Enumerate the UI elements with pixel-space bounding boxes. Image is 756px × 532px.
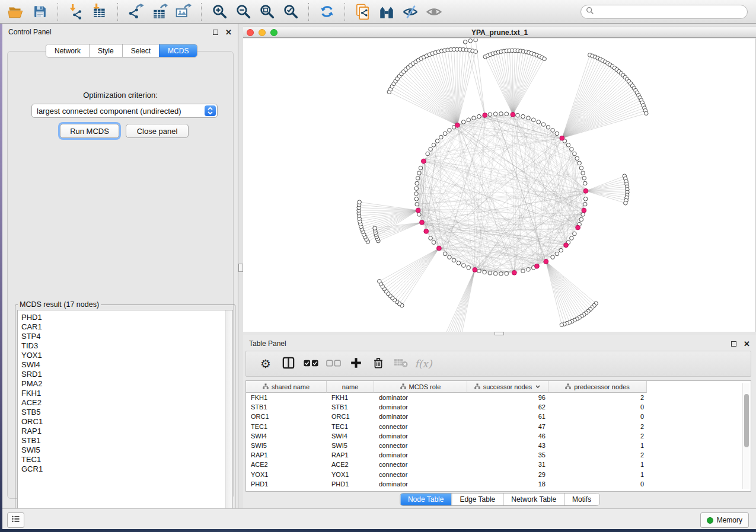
create-column-plus-button[interactable]: [344, 353, 367, 374]
table-scrollbar[interactable]: [742, 383, 749, 489]
column-header-successor-nodes[interactable]: successor nodes: [467, 381, 548, 393]
mcds-result-item[interactable]: ORC1: [18, 417, 232, 427]
import-network-icon: [68, 4, 84, 20]
column-header-predecessor-nodes[interactable]: predecessor nodes: [548, 381, 647, 393]
table-cell: PHD1: [327, 480, 374, 488]
deselect-all-checkboxes-button[interactable]: [322, 353, 344, 374]
toolbar-separator: [117, 3, 118, 21]
table-row[interactable]: STB1STB1dominator620: [246, 402, 647, 412]
table-row[interactable]: ORC1ORC1dominator610: [246, 412, 647, 421]
export-network-button[interactable]: [124, 2, 148, 22]
table-row[interactable]: FKH1FKH1dominator962: [246, 393, 647, 402]
new-network-from-selection-button[interactable]: [351, 2, 375, 22]
control-panel-titlebar[interactable]: Control Panel ✕: [2, 24, 238, 40]
tab-mcds[interactable]: MCDS: [159, 44, 197, 57]
close-panel-icon[interactable]: ✕: [225, 28, 232, 36]
mcds-result-item[interactable]: SRD1: [18, 370, 232, 379]
mcds-result-item[interactable]: STP4: [18, 332, 232, 341]
show-all-button[interactable]: [422, 2, 446, 22]
memory-button[interactable]: Memory: [700, 512, 749, 528]
table-row[interactable]: SWI4SWI4dominator462: [246, 431, 647, 441]
vertical-splitter[interactable]: [238, 24, 243, 508]
mcds-result-item[interactable]: GCR1: [18, 464, 232, 474]
delete-column-trash-button[interactable]: [367, 353, 390, 374]
table-row[interactable]: ACE2ACE2connector311: [246, 460, 647, 469]
column-header-MCDS-role[interactable]: MCDS role: [374, 381, 467, 393]
task-history-button[interactable]: [7, 512, 24, 528]
float-table-panel-icon[interactable]: [731, 341, 736, 347]
select-all-checkboxes-button[interactable]: [299, 353, 322, 374]
mcds-result-item[interactable]: TEC1: [18, 455, 232, 464]
delete-column-trash-icon: [372, 356, 385, 372]
mcds-result-item[interactable]: PMA2: [18, 379, 232, 389]
optimization-criterion-dropdown[interactable]: largest connected component (undirected): [31, 104, 218, 118]
export-image-icon: [175, 4, 192, 20]
mcds-result-item[interactable]: FKH1: [18, 389, 232, 398]
mcds-result-item[interactable]: SWI5: [18, 446, 232, 455]
float-panel-icon[interactable]: [213, 30, 218, 35]
search-input[interactable]: [594, 7, 747, 17]
vertical-splitter-handle[interactable]: [238, 264, 243, 272]
zoom-in-button[interactable]: [208, 2, 231, 22]
table-row[interactable]: YOX1YOX1connector291: [246, 470, 647, 479]
mcds-result-item[interactable]: STB5: [18, 408, 232, 417]
split-view-columns-button[interactable]: [277, 353, 299, 374]
mcds-result-item[interactable]: TID3: [18, 341, 232, 351]
table-cell: connector: [374, 423, 467, 430]
mcds-result-item[interactable]: PHD1: [18, 310, 232, 322]
close-panel-button[interactable]: Close panel: [126, 124, 189, 138]
import-network-button[interactable]: [64, 2, 88, 22]
mcds-list-scrollbar[interactable]: [225, 310, 232, 522]
zoom-out-button[interactable]: [231, 2, 255, 22]
table-panel-titlebar[interactable]: Table Panel ✕: [243, 335, 756, 352]
table-row[interactable]: PHD1PHD1dominator180: [246, 479, 647, 489]
export-table-button[interactable]: [148, 2, 171, 22]
table-cell: 0: [548, 480, 647, 488]
column-header-name[interactable]: name: [327, 381, 374, 393]
first-neighbors-button[interactable]: [375, 2, 398, 22]
close-table-panel-icon[interactable]: ✕: [744, 340, 750, 348]
mcds-result-item[interactable]: CAR1: [18, 322, 232, 332]
open-session-icon: [8, 4, 24, 20]
refresh-icon: [319, 4, 335, 20]
tab-edge-table[interactable]: Edge Table: [451, 493, 503, 505]
column-header-shared-name[interactable]: shared name: [246, 381, 327, 393]
network-view-title: YPA_prune.txt_1: [243, 28, 756, 37]
save-session-button[interactable]: [28, 2, 52, 22]
run-mcds-button[interactable]: Run MCDS: [60, 124, 119, 138]
mcds-result-item[interactable]: YOX1: [18, 351, 232, 360]
network-view-titlebar[interactable]: YPA_prune.txt_1: [243, 27, 756, 38]
network-graph[interactable]: [243, 39, 756, 332]
table-cell: FKH1: [246, 394, 327, 401]
export-image-button[interactable]: [171, 2, 195, 22]
tab-node-table[interactable]: Node Table: [400, 493, 452, 505]
table-options-gear-button[interactable]: ⚙: [254, 353, 277, 374]
dropdown-stepper-icon: [205, 105, 216, 116]
open-session-button[interactable]: [4, 2, 28, 22]
tab-network[interactable]: Network: [46, 44, 89, 57]
zoom-fit-button[interactable]: [255, 2, 279, 22]
refresh-button[interactable]: [315, 2, 339, 22]
table-cell: RAP1: [246, 451, 327, 459]
zoom-selected-button[interactable]: [279, 2, 302, 22]
table-row[interactable]: SWI5SWI5connector431: [246, 441, 647, 450]
table-cell: 2: [548, 451, 647, 459]
network-canvas[interactable]: [243, 39, 756, 332]
hide-selected-button[interactable]: [398, 2, 422, 22]
mcds-result-list[interactable]: PHD1CAR1STP4TID3YOX1SWI4SRD1PMA2FKH1ACE2…: [17, 310, 233, 523]
tab-style[interactable]: Style: [89, 44, 122, 57]
save-session-icon: [33, 4, 47, 19]
tab-motifs[interactable]: Motifs: [564, 493, 599, 505]
mcds-result-item[interactable]: STB1: [18, 436, 232, 446]
mcds-result-item[interactable]: ACE2: [18, 398, 232, 408]
table-row[interactable]: TEC1TEC1connector472: [246, 422, 647, 431]
table-row[interactable]: RAP1RAP1dominator352: [246, 450, 647, 460]
search-box[interactable]: [580, 5, 748, 19]
mcds-result-item[interactable]: RAP1: [18, 427, 232, 436]
search-icon: [586, 7, 594, 17]
import-table-button[interactable]: [88, 2, 111, 22]
table-scrollbar-thumb[interactable]: [744, 394, 749, 447]
mcds-result-item[interactable]: SWI4: [18, 360, 232, 370]
tab-network-table[interactable]: Network Table: [503, 493, 564, 505]
tab-select[interactable]: Select: [122, 44, 159, 57]
